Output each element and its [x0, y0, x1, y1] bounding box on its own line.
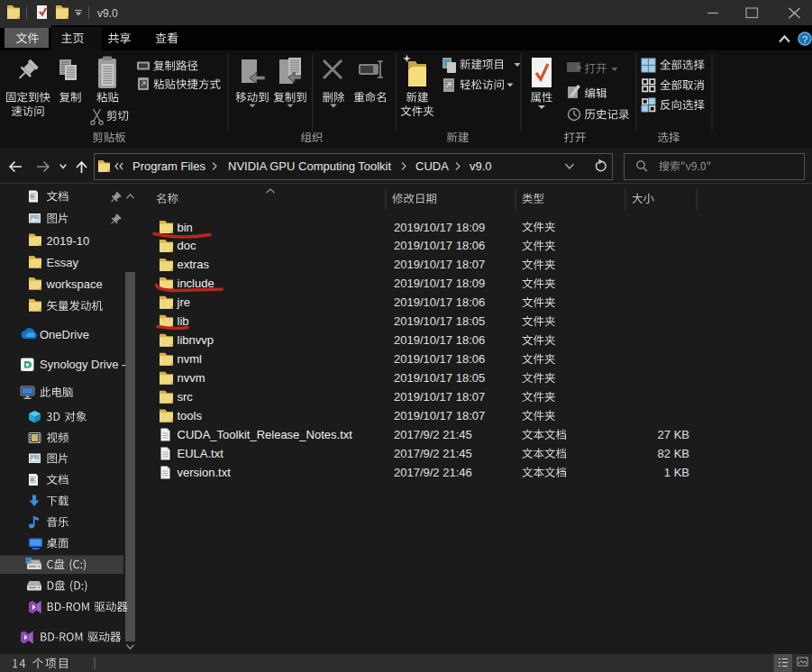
svg-text:CUDA_Toolkit_Release_Notes.txt: CUDA_Toolkit_Release_Notes.txt	[178, 428, 353, 441]
svg-text:2019/10/17 18:07: 2019/10/17 18:07	[394, 258, 485, 271]
svg-text:src: src	[178, 390, 194, 404]
svg-text:extras: extras	[178, 258, 210, 271]
svg-text:v9.0: v9.0	[470, 159, 492, 173]
svg-text:82 KB: 82 KB	[658, 447, 689, 460]
svg-text:nvvm: nvvm	[178, 371, 205, 385]
svg-text:Essay: Essay	[47, 256, 79, 269]
svg-text:27 KB: 27 KB	[658, 428, 689, 441]
svg-text:v9.0: v9.0	[97, 7, 118, 20]
svg-text:2019-10: 2019-10	[47, 234, 90, 248]
svg-text:nvml: nvml	[178, 352, 203, 366]
svg-text:EULA.txt: EULA.txt	[178, 447, 224, 460]
svg-text:2019/10/17 18:09: 2019/10/17 18:09	[394, 277, 485, 290]
svg-text:NVIDIA GPU Computing Toolkit: NVIDIA GPU Computing Toolkit	[228, 159, 391, 173]
svg-text:2017/9/2 21:45: 2017/9/2 21:45	[394, 447, 472, 460]
svg-text:CUDA: CUDA	[415, 159, 449, 173]
svg-text:2019/10/17 18:07: 2019/10/17 18:07	[394, 409, 485, 422]
svg-text:Synology Drive -: Synology Drive -	[40, 358, 125, 371]
svg-text:version.txt: version.txt	[178, 466, 232, 479]
svg-text:jre: jre	[177, 295, 190, 309]
svg-text:libnvvp: libnvvp	[178, 333, 214, 347]
svg-text:2019/10/17 18:05: 2019/10/17 18:05	[394, 314, 485, 328]
svg-text:Program Files: Program Files	[132, 159, 205, 173]
svg-text:workspace: workspace	[46, 277, 103, 291]
svg-text:bin: bin	[178, 221, 193, 234]
svg-text:2019/10/17 18:05: 2019/10/17 18:05	[394, 371, 485, 385]
svg-text:2019/10/17 18:07: 2019/10/17 18:07	[394, 390, 485, 404]
svg-text:2019/10/17 18:06: 2019/10/17 18:06	[394, 352, 485, 366]
svg-text:tools: tools	[178, 409, 203, 422]
svg-text:2019/10/17 18:09: 2019/10/17 18:09	[394, 221, 485, 234]
svg-text:?: ?	[802, 34, 807, 45]
svg-text:2019/10/17 18:06: 2019/10/17 18:06	[394, 333, 485, 347]
svg-text:2017/9/2 21:45: 2017/9/2 21:45	[394, 428, 472, 441]
svg-text:doc: doc	[178, 239, 196, 252]
svg-text:2019/10/17 18:06: 2019/10/17 18:06	[394, 239, 485, 252]
svg-text:2017/9/2 21:46: 2017/9/2 21:46	[394, 466, 472, 479]
svg-text:1 KB: 1 KB	[664, 466, 689, 479]
svg-text:2019/10/17 18:06: 2019/10/17 18:06	[394, 295, 485, 309]
svg-text:OneDrive: OneDrive	[40, 328, 89, 341]
